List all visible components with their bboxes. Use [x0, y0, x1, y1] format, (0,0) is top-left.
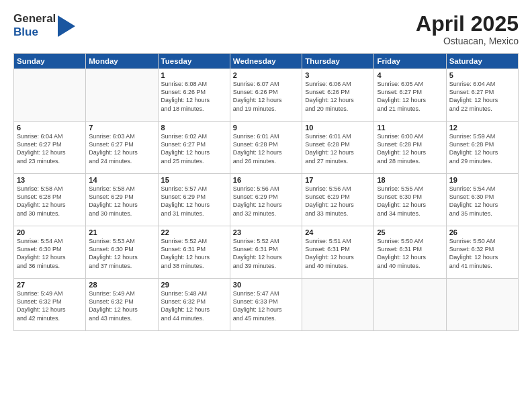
day-info: Sunrise: 5:49 AM Sunset: 6:32 PM Dayligh…	[89, 289, 154, 322]
day-number: 14	[89, 176, 154, 184]
calendar-cell: 14Sunrise: 5:58 AM Sunset: 6:29 PM Dayli…	[86, 174, 158, 226]
day-number: 22	[161, 228, 227, 236]
calendar-cell	[374, 279, 446, 331]
day-info: Sunrise: 6:01 AM Sunset: 6:28 PM Dayligh…	[305, 132, 371, 165]
day-number: 19	[449, 176, 515, 184]
day-info: Sunrise: 5:53 AM Sunset: 6:30 PM Dayligh…	[89, 237, 154, 270]
day-number: 8	[161, 124, 227, 132]
day-number: 9	[233, 124, 299, 132]
day-number: 12	[449, 124, 515, 132]
day-number: 6	[17, 124, 83, 132]
day-number: 20	[17, 228, 83, 236]
day-info: Sunrise: 5:51 AM Sunset: 6:31 PM Dayligh…	[305, 237, 371, 270]
day-number: 15	[161, 176, 227, 184]
day-number: 25	[377, 228, 443, 236]
day-info: Sunrise: 5:47 AM Sunset: 6:33 PM Dayligh…	[233, 289, 299, 322]
calendar-cell: 17Sunrise: 5:56 AM Sunset: 6:29 PM Dayli…	[302, 174, 374, 226]
title-block: April 2025 Ostuacan, Mexico	[416, 12, 519, 46]
day-info: Sunrise: 5:52 AM Sunset: 6:31 PM Dayligh…	[233, 237, 299, 270]
calendar-cell: 8Sunrise: 6:02 AM Sunset: 6:27 PM Daylig…	[158, 122, 230, 174]
calendar-cell: 7Sunrise: 6:03 AM Sunset: 6:27 PM Daylig…	[86, 122, 158, 174]
calendar-cell	[86, 69, 158, 122]
calendar-cell: 30Sunrise: 5:47 AM Sunset: 6:33 PM Dayli…	[230, 279, 302, 331]
calendar-cell	[302, 279, 374, 331]
calendar-cell: 28Sunrise: 5:49 AM Sunset: 6:32 PM Dayli…	[86, 279, 158, 331]
calendar-cell: 26Sunrise: 5:50 AM Sunset: 6:32 PM Dayli…	[446, 226, 518, 279]
header: General Blue April 2025 Ostuacan, Mexico	[13, 12, 519, 46]
day-info: Sunrise: 5:52 AM Sunset: 6:31 PM Dayligh…	[161, 237, 227, 270]
calendar-cell: 21Sunrise: 5:53 AM Sunset: 6:30 PM Dayli…	[86, 226, 158, 279]
day-info: Sunrise: 5:50 AM Sunset: 6:31 PM Dayligh…	[377, 237, 443, 270]
day-number: 2	[233, 71, 299, 79]
calendar-cell: 9Sunrise: 6:01 AM Sunset: 6:28 PM Daylig…	[230, 122, 302, 174]
calendar-cell	[446, 279, 518, 331]
calendar-cell: 27Sunrise: 5:49 AM Sunset: 6:32 PM Dayli…	[14, 279, 86, 331]
day-info: Sunrise: 6:02 AM Sunset: 6:27 PM Dayligh…	[161, 132, 227, 165]
day-info: Sunrise: 5:58 AM Sunset: 6:29 PM Dayligh…	[89, 185, 154, 218]
calendar-cell: 15Sunrise: 5:57 AM Sunset: 6:29 PM Dayli…	[158, 174, 230, 226]
calendar-week-row: 6Sunrise: 6:04 AM Sunset: 6:27 PM Daylig…	[14, 122, 519, 174]
weekday-header: Thursday	[302, 54, 374, 69]
calendar-cell: 13Sunrise: 5:58 AM Sunset: 6:28 PM Dayli…	[14, 174, 86, 226]
day-info: Sunrise: 5:48 AM Sunset: 6:32 PM Dayligh…	[161, 289, 227, 322]
calendar-week-row: 1Sunrise: 6:08 AM Sunset: 6:26 PM Daylig…	[14, 69, 519, 122]
logo-text: General Blue	[13, 12, 56, 38]
calendar-header-row: SundayMondayTuesdayWednesdayThursdayFrid…	[14, 54, 519, 69]
calendar-cell: 20Sunrise: 5:54 AM Sunset: 6:30 PM Dayli…	[14, 226, 86, 279]
logo-general: General	[13, 12, 56, 26]
calendar-cell: 10Sunrise: 6:01 AM Sunset: 6:28 PM Dayli…	[302, 122, 374, 174]
logo-icon	[58, 15, 75, 37]
day-number: 5	[449, 71, 515, 79]
calendar-cell: 2Sunrise: 6:07 AM Sunset: 6:26 PM Daylig…	[230, 69, 302, 122]
day-info: Sunrise: 5:50 AM Sunset: 6:32 PM Dayligh…	[449, 237, 515, 270]
day-number: 16	[233, 176, 299, 184]
day-number: 18	[377, 176, 443, 184]
calendar-cell: 19Sunrise: 5:54 AM Sunset: 6:30 PM Dayli…	[446, 174, 518, 226]
weekday-header: Sunday	[14, 54, 86, 69]
day-number: 29	[161, 281, 227, 289]
calendar-cell: 23Sunrise: 5:52 AM Sunset: 6:31 PM Dayli…	[230, 226, 302, 279]
calendar-cell	[14, 69, 86, 122]
day-number: 21	[89, 228, 154, 236]
svg-marker-0	[58, 15, 75, 37]
day-info: Sunrise: 6:03 AM Sunset: 6:27 PM Dayligh…	[89, 132, 154, 165]
calendar-cell: 16Sunrise: 5:56 AM Sunset: 6:29 PM Dayli…	[230, 174, 302, 226]
calendar-cell: 18Sunrise: 5:55 AM Sunset: 6:30 PM Dayli…	[374, 174, 446, 226]
calendar-cell: 3Sunrise: 6:06 AM Sunset: 6:26 PM Daylig…	[302, 69, 374, 122]
day-number: 7	[89, 124, 154, 132]
weekday-header: Wednesday	[230, 54, 302, 69]
day-info: Sunrise: 5:58 AM Sunset: 6:28 PM Dayligh…	[17, 185, 83, 218]
calendar-cell: 12Sunrise: 5:59 AM Sunset: 6:28 PM Dayli…	[446, 122, 518, 174]
day-info: Sunrise: 6:06 AM Sunset: 6:26 PM Dayligh…	[305, 80, 371, 113]
page: General Blue April 2025 Ostuacan, Mexico…	[0, 0, 532, 411]
weekday-header: Monday	[86, 54, 158, 69]
day-info: Sunrise: 5:49 AM Sunset: 6:32 PM Dayligh…	[17, 289, 83, 322]
day-info: Sunrise: 5:57 AM Sunset: 6:29 PM Dayligh…	[161, 185, 227, 218]
day-info: Sunrise: 5:56 AM Sunset: 6:29 PM Dayligh…	[233, 185, 299, 218]
day-info: Sunrise: 5:55 AM Sunset: 6:30 PM Dayligh…	[377, 185, 443, 218]
day-info: Sunrise: 5:54 AM Sunset: 6:30 PM Dayligh…	[449, 185, 515, 218]
calendar-cell: 24Sunrise: 5:51 AM Sunset: 6:31 PM Dayli…	[302, 226, 374, 279]
calendar-cell: 6Sunrise: 6:04 AM Sunset: 6:27 PM Daylig…	[14, 122, 86, 174]
day-number: 1	[161, 71, 227, 79]
calendar-cell: 22Sunrise: 5:52 AM Sunset: 6:31 PM Dayli…	[158, 226, 230, 279]
day-number: 11	[377, 124, 443, 132]
day-number: 26	[449, 228, 515, 236]
calendar-week-row: 13Sunrise: 5:58 AM Sunset: 6:28 PM Dayli…	[14, 174, 519, 226]
month-title: April 2025	[416, 12, 519, 36]
calendar-cell: 1Sunrise: 6:08 AM Sunset: 6:26 PM Daylig…	[158, 69, 230, 122]
day-number: 10	[305, 124, 371, 132]
day-info: Sunrise: 5:59 AM Sunset: 6:28 PM Dayligh…	[449, 132, 515, 165]
calendar-cell: 11Sunrise: 6:00 AM Sunset: 6:28 PM Dayli…	[374, 122, 446, 174]
day-number: 28	[89, 281, 154, 289]
weekday-header: Saturday	[446, 54, 518, 69]
day-info: Sunrise: 6:00 AM Sunset: 6:28 PM Dayligh…	[377, 132, 443, 165]
day-info: Sunrise: 6:07 AM Sunset: 6:26 PM Dayligh…	[233, 80, 299, 113]
day-info: Sunrise: 5:56 AM Sunset: 6:29 PM Dayligh…	[305, 185, 371, 218]
calendar-cell: 25Sunrise: 5:50 AM Sunset: 6:31 PM Dayli…	[374, 226, 446, 279]
day-number: 27	[17, 281, 83, 289]
calendar-table: SundayMondayTuesdayWednesdayThursdayFrid…	[13, 53, 519, 331]
calendar-week-row: 27Sunrise: 5:49 AM Sunset: 6:32 PM Dayli…	[14, 279, 519, 331]
calendar-cell: 4Sunrise: 6:05 AM Sunset: 6:27 PM Daylig…	[374, 69, 446, 122]
day-number: 30	[233, 281, 299, 289]
